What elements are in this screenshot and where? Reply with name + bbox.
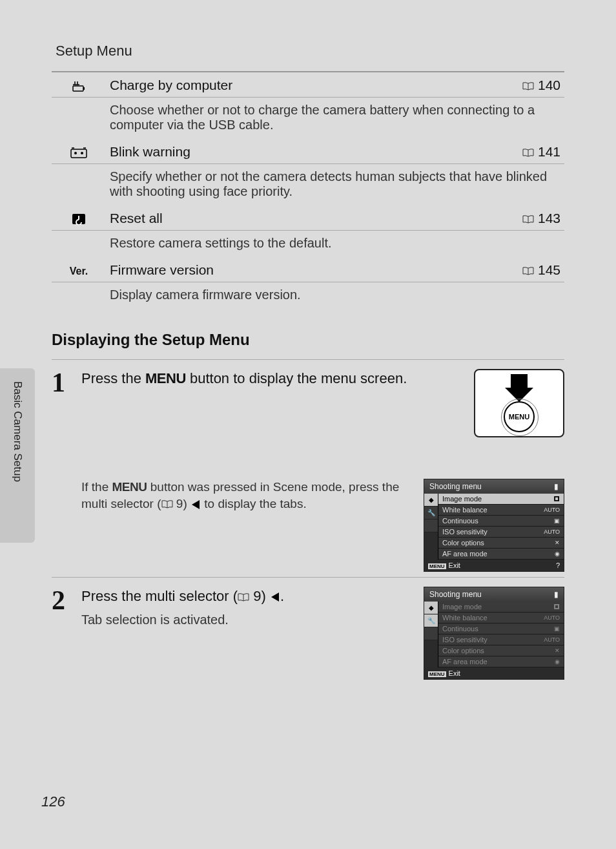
lcd-tab-camera: ◆ <box>424 602 438 614</box>
step-2: 2 Press the multi selector ( 9) . Tab se… <box>52 577 564 680</box>
step-number: 2 <box>52 587 81 680</box>
row-label: Charge by computer <box>106 72 506 98</box>
exit-label: Exit <box>449 561 460 569</box>
text-fragment: If the <box>81 480 112 494</box>
book-icon <box>238 593 249 602</box>
lcd-tab-setup: 🔧 <box>424 614 438 627</box>
text-fragment: 9) <box>173 497 190 510</box>
text-fragment: button to display the menu screen. <box>186 370 407 386</box>
section-heading: Displaying the Setup Menu <box>52 328 564 354</box>
page-number-ref: 140 <box>538 78 560 92</box>
step-1: 1 Press the MENU button to display the m… <box>52 359 564 572</box>
text-fragment: to display the tabs. <box>201 497 307 510</box>
setup-table: Charge by computer 140 Choose whether or… <box>52 72 564 309</box>
svg-rect-2 <box>71 149 87 158</box>
step-number: 1 <box>52 369 81 572</box>
left-arrow-icon <box>192 500 200 509</box>
lcd-tab-blank <box>424 627 438 640</box>
lcd-item: Continuous▣ <box>438 624 564 634</box>
book-icon <box>522 267 534 275</box>
lcd-tab-blank <box>424 519 438 532</box>
table-row: Blink warning 141 <box>52 139 564 164</box>
side-tab-label: Basic Camera Setup <box>0 368 35 543</box>
row-description: Restore camera settings to the default. <box>106 231 564 258</box>
row-description: Choose whether or not to charge the came… <box>106 98 564 140</box>
table-row: Reset all 143 <box>52 205 564 231</box>
lcd-item: Color options✕ <box>438 645 564 656</box>
lcd-item: Image mode🞐 <box>438 602 564 613</box>
page: Basic Camera Setup Setup Menu Charge by … <box>0 0 616 849</box>
menu-button-icon: MENU <box>504 401 535 432</box>
book-icon <box>161 500 173 508</box>
lcd-item: AF area mode◉ <box>438 656 564 667</box>
blink-icon <box>52 139 106 164</box>
lcd-item: ISO sensitivityAUTO <box>438 634 564 645</box>
text-fragment: Press the <box>81 370 145 386</box>
exit-label: Exit <box>449 669 460 677</box>
step-2-subtext: Tab selection is activated. <box>81 611 408 629</box>
camera-screen-2: Shooting menu ▮ ◆ 🔧 Image mode🞐 <box>424 587 564 680</box>
content-area: Setup Menu Charge by computer 140 Choose… <box>52 39 564 680</box>
row-description: Display camera firmware version. <box>106 282 564 309</box>
help-icon: ? <box>556 561 560 569</box>
reset-icon <box>52 205 106 231</box>
lcd-item: White balanceAUTO <box>438 613 564 624</box>
menu-tag: MENU <box>428 671 446 677</box>
lcd-exit-bar: MENUExit ? <box>424 560 564 571</box>
page-ref: 145 <box>506 257 564 282</box>
table-row-desc: Display camera firmware version. <box>52 282 564 309</box>
left-arrow-icon <box>271 592 279 602</box>
text-fragment: Press the multi selector ( <box>81 588 238 604</box>
book-icon <box>522 149 534 157</box>
svg-point-3 <box>74 152 77 154</box>
text-fragment: 9) <box>249 588 270 604</box>
step-2-text: Press the multi selector ( 9) . Tab sele… <box>81 587 408 629</box>
page-number-ref: 145 <box>538 262 560 277</box>
lcd-item: Image mode🞐 <box>438 494 564 505</box>
page-ref: 141 <box>506 139 564 164</box>
menu-glyph: MENU <box>145 370 186 386</box>
table-row-desc: Choose whether or not to charge the came… <box>52 98 564 140</box>
row-label: Blink warning <box>106 139 506 164</box>
lcd-tab-camera: ◆ <box>424 494 438 507</box>
charge-icon <box>52 72 106 98</box>
page-title: Setup Menu <box>52 39 564 72</box>
camera-screen-1: Shooting menu ▮ ◆ 🔧 Image mode🞐 <box>424 479 564 572</box>
row-label: Firmware version <box>106 257 506 282</box>
lcd-title-text: Shooting menu <box>429 590 482 599</box>
svg-point-4 <box>81 152 83 154</box>
menu-tag: MENU <box>428 563 446 569</box>
wrench-icon: ▮ <box>554 590 559 599</box>
lcd-exit-bar: MENUExit <box>424 667 564 679</box>
svg-rect-0 <box>73 86 83 91</box>
lcd-title: Shooting menu ▮ <box>424 587 564 602</box>
table-row-desc: Restore camera settings to the default. <box>52 231 564 258</box>
menu-glyph: MENU <box>112 480 147 494</box>
page-ref: 143 <box>506 205 564 231</box>
lcd-item: AF area mode◉ <box>438 549 564 560</box>
page-number-ref: 143 <box>538 211 560 225</box>
svg-rect-1 <box>83 87 85 90</box>
ver-icon: Ver. <box>52 257 106 282</box>
lcd-title-text: Shooting menu <box>429 482 482 491</box>
step-1-text: Press the MENU button to display the men… <box>81 369 458 388</box>
table-row: Ver. Firmware version 145 <box>52 257 564 282</box>
lcd-item: ISO sensitivityAUTO <box>438 527 564 538</box>
table-row-desc: Specify whether or not the camera detect… <box>52 164 564 206</box>
text-fragment: . <box>280 588 284 604</box>
lcd-item: Color options✕ <box>438 538 564 549</box>
page-number: 126 <box>41 793 65 810</box>
wrench-icon: ▮ <box>554 482 559 491</box>
book-icon <box>522 215 534 224</box>
page-number-ref: 141 <box>538 144 560 159</box>
lcd-item: White balanceAUTO <box>438 505 564 516</box>
menu-button-diagram: MENU <box>474 369 564 437</box>
lcd-title: Shooting menu ▮ <box>424 479 564 494</box>
book-icon <box>522 82 534 90</box>
table-row: Charge by computer 140 <box>52 72 564 98</box>
step-1-note: If the MENU button was pressed in Scene … <box>81 479 408 512</box>
lcd-item: Continuous▣ <box>438 516 564 527</box>
page-ref: 140 <box>506 72 564 98</box>
row-label: Reset all <box>106 205 506 231</box>
row-description: Specify whether or not the camera detect… <box>106 164 564 206</box>
